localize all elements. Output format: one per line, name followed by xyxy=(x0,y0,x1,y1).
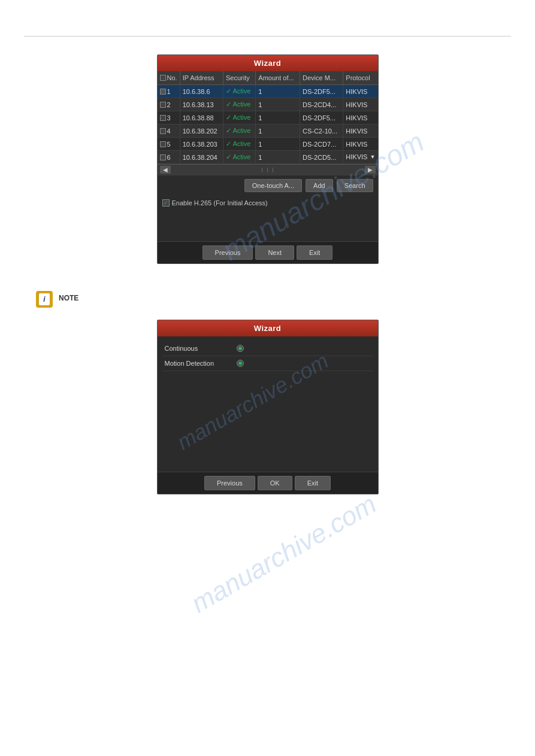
row-checkbox-4[interactable] xyxy=(160,141,166,147)
previous-button-2[interactable]: Previous xyxy=(204,476,255,490)
active-badge-3: Active xyxy=(226,127,250,134)
row-protocol-cell: HIKVIS xyxy=(343,85,378,98)
table-row[interactable]: 6 10.6.38.204Active1DS-2CD5...HIKVIS▼ xyxy=(158,151,378,164)
row-amount-cell: 1 xyxy=(256,138,300,151)
note-icon: i xyxy=(36,291,53,308)
scroll-left-btn[interactable]: ◀ xyxy=(160,166,171,174)
previous-button-1[interactable]: Previous xyxy=(202,245,253,260)
row-no-cell: 5 xyxy=(158,138,180,151)
protocol-text: HIKVIS xyxy=(346,153,367,160)
row-security-cell: Active xyxy=(223,85,255,98)
wizard-bottom-space xyxy=(158,211,378,241)
h265-row: Enable H.265 (For Initial Access) xyxy=(158,196,378,211)
row-device-cell: DS-2DF5... xyxy=(300,85,343,98)
record-type-area: Continuous Motion Detection xyxy=(158,336,378,376)
row-ip-cell: 10.6.38.13 xyxy=(180,98,223,111)
row-device-cell: DS-2DF5... xyxy=(300,111,343,125)
row-checkbox-5[interactable] xyxy=(160,154,166,160)
row-no-2: 3 xyxy=(167,114,171,122)
row-device-cell: DS-2CD5... xyxy=(300,151,343,164)
motion-detection-row: Motion Detection xyxy=(162,356,373,371)
continuous-label: Continuous xyxy=(165,345,237,352)
scroll-right-btn[interactable]: ▶ xyxy=(365,166,376,174)
row-security-cell: Active xyxy=(223,138,255,151)
row-ip-cell: 10.6.38.204 xyxy=(180,151,223,164)
row-protocol-cell: HIKVIS xyxy=(343,111,378,125)
scroll-track xyxy=(173,167,362,173)
row-security-cell: Active xyxy=(223,125,255,138)
row-amount-cell: 1 xyxy=(256,98,300,111)
exit-button-2[interactable]: Exit xyxy=(295,476,331,490)
row-amount-cell: 1 xyxy=(256,125,300,138)
row-no-5: 6 xyxy=(167,154,171,161)
row-checkbox-2[interactable] xyxy=(160,115,166,121)
col-security: Security xyxy=(223,71,255,85)
col-protocol: Protocol xyxy=(343,71,378,85)
row-device-cell: DS-2CD7... xyxy=(300,138,343,151)
note-section: i NOTE xyxy=(0,282,535,320)
active-badge-5: Active xyxy=(226,153,250,160)
row-no-cell: 6 xyxy=(158,151,180,164)
row-no-1: 2 xyxy=(167,101,171,108)
scroll-tick-2 xyxy=(267,168,268,172)
horizontal-scrollbar: ◀ ▶ xyxy=(158,164,378,175)
row-no-4: 5 xyxy=(167,141,171,148)
watermark-3: manuarchive.com xyxy=(186,489,382,619)
search-button[interactable]: Search xyxy=(337,179,373,192)
wizard-bottom-space-2 xyxy=(158,376,378,472)
scroll-tick-1 xyxy=(262,168,262,172)
scroll-tick-3 xyxy=(273,168,273,172)
select-all-checkbox[interactable] xyxy=(160,75,166,81)
row-no-cell: 3 xyxy=(158,111,180,125)
device-table-container: No. IP Address Security Amount of... Dev… xyxy=(158,71,378,175)
row-no-0: 1 xyxy=(167,88,171,95)
col-amount: Amount of... xyxy=(256,71,300,85)
row-device-cell: DS-2CD4... xyxy=(300,98,343,111)
row-checkbox-0[interactable] xyxy=(160,89,166,95)
h265-checkbox[interactable] xyxy=(162,199,170,207)
motion-label: Motion Detection xyxy=(165,360,237,367)
active-badge-4: Active xyxy=(226,140,250,147)
row-no-cell: 2 xyxy=(158,98,180,111)
wizard-dialog-1: Wizard No. IP Address Security Amount of… xyxy=(157,54,379,264)
wizard-action-buttons: One-touch A... Add Search xyxy=(158,175,378,196)
continuous-radio[interactable] xyxy=(237,345,244,352)
row-checkbox-3[interactable] xyxy=(160,128,166,134)
table-row[interactable]: 4 10.6.38.202Active1CS-C2-10...HIKVIS xyxy=(158,125,378,138)
row-ip-cell: 10.6.38.203 xyxy=(180,138,223,151)
row-security-cell: Active xyxy=(223,111,255,125)
col-device: Device M... xyxy=(300,71,343,85)
row-amount-cell: 1 xyxy=(256,111,300,125)
exit-button-1[interactable]: Exit xyxy=(297,245,333,260)
next-button-1[interactable]: Next xyxy=(255,245,294,260)
table-row[interactable]: 5 10.6.38.203Active1DS-2CD7...HIKVIS xyxy=(158,138,378,151)
note-label: NOTE xyxy=(59,294,78,302)
add-button[interactable]: Add xyxy=(306,179,333,192)
scroll-down-arrow[interactable]: ▼ xyxy=(370,154,376,160)
ok-button[interactable]: OK xyxy=(258,476,292,490)
motion-radio[interactable] xyxy=(237,360,244,367)
row-security-cell: Active xyxy=(223,151,255,164)
row-protocol-cell: HIKVIS▼ xyxy=(343,151,377,163)
device-table: No. IP Address Security Amount of... Dev… xyxy=(158,71,378,164)
table-row[interactable]: 2 10.6.38.13Active1DS-2CD4...HIKVIS xyxy=(158,98,378,111)
row-security-cell: Active xyxy=(223,98,255,111)
col-ip: IP Address xyxy=(180,71,223,85)
row-checkbox-1[interactable] xyxy=(160,102,166,108)
col-no: No. xyxy=(158,71,180,85)
row-protocol-cell: HIKVIS xyxy=(343,125,378,138)
row-amount-cell: 1 xyxy=(256,151,300,164)
row-ip-cell: 10.6.38.88 xyxy=(180,111,223,125)
active-badge-0: Active xyxy=(226,87,250,95)
active-badge-1: Active xyxy=(226,101,250,108)
wizard-nav-buttons-1: Previous Next Exit xyxy=(158,241,378,263)
table-row[interactable]: 1 10.6.38.6Active1DS-2DF5...HIKVIS xyxy=(158,85,378,98)
row-amount-cell: 1 xyxy=(256,85,300,98)
table-row[interactable]: 3 10.6.38.88Active1DS-2DF5...HIKVIS xyxy=(158,111,378,125)
wizard-nav-buttons-2: Previous OK Exit xyxy=(158,472,378,494)
one-touch-button[interactable]: One-touch A... xyxy=(244,179,302,192)
row-device-cell: CS-C2-10... xyxy=(300,125,343,138)
wizard-dialog-2: Wizard Continuous Motion Detection Previ… xyxy=(157,320,379,494)
row-protocol-cell: HIKVIS xyxy=(343,138,378,151)
row-ip-cell: 10.6.38.202 xyxy=(180,125,223,138)
